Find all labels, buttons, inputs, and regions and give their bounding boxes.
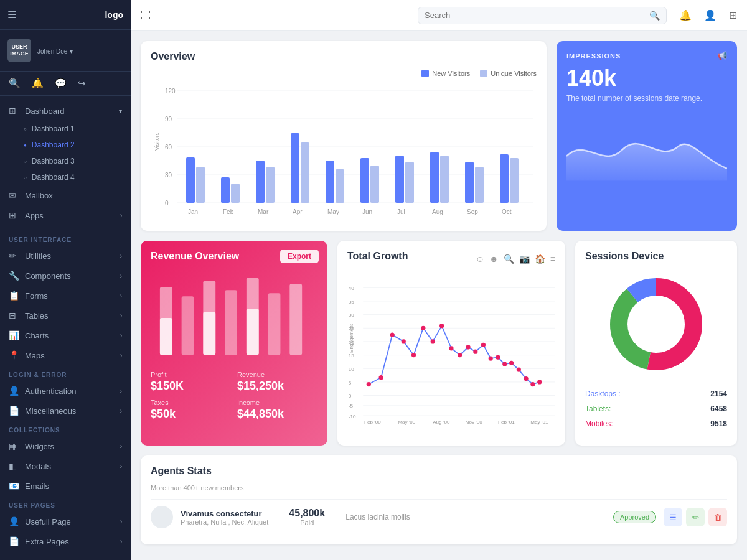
- svg-point-75: [379, 375, 383, 380]
- export-button[interactable]: Export: [280, 250, 319, 263]
- extra-pages-icon: 📄: [9, 536, 20, 546]
- hamburger-icon[interactable]: ☰: [7, 9, 16, 21]
- sessions-row-tablets: Tablets: 6458: [585, 401, 727, 416]
- nav-user-pages: USER PAGES 👤 Usefull Page › 📄 Extra Page…: [0, 496, 131, 551]
- svg-point-93: [530, 382, 535, 386]
- sidebar-item-dashboard1[interactable]: Dashboard 1: [0, 121, 131, 137]
- sidebar-item-maps[interactable]: 📍 Maps ›: [0, 345, 131, 365]
- impressions-desc: The total number of sessions date range.: [566, 94, 727, 103]
- nav-main: ⊞ Dashboard ▾ Dashboard 1 Dashboard 2 Da…: [0, 96, 131, 230]
- user-name[interactable]: Johen Doe ▾: [37, 46, 73, 55]
- edit-button[interactable]: ✏: [686, 508, 705, 526]
- donut-chart: [606, 274, 706, 374]
- search-icon[interactable]: 🔍: [9, 78, 21, 89]
- svg-point-86: [481, 343, 486, 347]
- sidebar-item-dashboard2[interactable]: Dashboard 2: [0, 137, 131, 153]
- svg-rect-46: [268, 293, 281, 355]
- group-label-collections: COLLECTIONS: [0, 421, 131, 436]
- svg-point-82: [449, 346, 453, 350]
- overview-chart: 120 90 60 30 0 Visitors: [151, 82, 537, 219]
- donut-container: [585, 269, 727, 379]
- view-button[interactable]: ☰: [664, 508, 682, 526]
- bell-icon[interactable]: 🔔: [32, 78, 44, 89]
- chat-icon[interactable]: 💬: [55, 78, 67, 89]
- topbar: ⛶ 🔍 🔔 👤 ⊞: [131, 0, 747, 31]
- group-label-ui: USER INTERFACE: [0, 230, 131, 246]
- agents-card: Agents Stats More than 400+ new members …: [141, 455, 737, 544]
- agents-subtitle: More than 400+ new members: [151, 484, 727, 492]
- chevron-down-icon: ▾: [119, 108, 122, 114]
- agent-actions: ☰ ✏ 🗑: [664, 508, 727, 526]
- sidebar-item-mailbox[interactable]: ✉ Mailbox: [0, 185, 131, 205]
- sidebar-item-dashboard4[interactable]: Dashboard 4: [0, 169, 131, 185]
- zoom-icon[interactable]: 🔍: [504, 254, 514, 264]
- svg-text:Aug: Aug: [432, 208, 443, 215]
- svg-point-92: [524, 376, 528, 381]
- user-info: Johen Doe ▾: [37, 46, 73, 55]
- chevron-right-icon: ›: [120, 212, 122, 219]
- svg-text:35: 35: [349, 299, 355, 305]
- main-area: ⛶ 🔍 🔔 👤 ⊞ Overview New Visitors: [131, 0, 747, 560]
- chevron-right-icon: ›: [120, 443, 122, 450]
- sidebar-item-tables[interactable]: ⊟ Tables ›: [0, 306, 131, 325]
- zoom-out-icon[interactable]: ☻: [489, 254, 499, 264]
- sidebar-item-apps[interactable]: ⊞ Apps ›: [0, 205, 131, 225]
- delete-button[interactable]: 🗑: [708, 508, 727, 526]
- sidebar-item-authentication[interactable]: 👤 Authentication ›: [0, 381, 131, 401]
- search-input[interactable]: [425, 11, 646, 20]
- svg-text:Sep: Sep: [467, 208, 478, 215]
- sidebar-item-dashboard[interactable]: ⊞ Dashboard ▾: [0, 101, 131, 121]
- agent-info: Vivamus consectetur Pharetra, Nulla , Ne…: [181, 509, 268, 526]
- sidebar-item-modals[interactable]: ◧ Modals ›: [0, 456, 131, 476]
- zoom-in-icon[interactable]: ☺: [476, 254, 484, 264]
- growth-title: Total Growth: [347, 251, 408, 262]
- menu-icon[interactable]: ≡: [550, 254, 555, 264]
- grid-icon[interactable]: ⊞: [729, 9, 737, 21]
- emails-icon: 📧: [9, 481, 20, 491]
- camera-icon[interactable]: 📷: [519, 254, 530, 264]
- svg-text:15: 15: [349, 353, 355, 358]
- home-icon[interactable]: 🏠: [535, 254, 545, 264]
- nav-collections: COLLECTIONS ▦ Widgets › ◧ Modals › 📧 Ema…: [0, 421, 131, 496]
- svg-rect-12: [196, 167, 205, 203]
- sidebar-item-components[interactable]: 🔧 Components ›: [0, 266, 131, 286]
- svg-rect-19: [326, 161, 334, 203]
- logout-icon[interactable]: ↪: [78, 78, 86, 89]
- table-row: Vivamus consectetur Pharetra, Nulla , Ne…: [151, 499, 727, 534]
- svg-text:5: 5: [349, 380, 352, 386]
- svg-text:30: 30: [165, 172, 172, 179]
- sidebar-item-emails[interactable]: 📧 Emails: [0, 476, 131, 496]
- svg-point-94: [537, 380, 542, 384]
- sidebar-item-dashboard3[interactable]: Dashboard 3: [0, 153, 131, 169]
- agent-sub: Pharetra, Nulla , Nec, Aliquet: [181, 518, 268, 526]
- sidebar-item-charts[interactable]: 📊 Charts ›: [0, 325, 131, 345]
- svg-rect-48: [160, 318, 172, 355]
- svg-point-91: [517, 367, 521, 371]
- sidebar-item-miscellaneous[interactable]: 📄 Miscellaneous ›: [0, 401, 131, 421]
- chevron-right-icon: ›: [120, 292, 122, 299]
- notification-icon[interactable]: 🔔: [679, 9, 692, 21]
- chevron-right-icon: ›: [120, 408, 122, 414]
- user-icon[interactable]: 👤: [704, 9, 716, 21]
- svg-text:90: 90: [165, 116, 172, 123]
- legend-dot-unique: [480, 70, 487, 77]
- sidebar-item-usefull-page[interactable]: 👤 Usefull Page ›: [0, 511, 131, 531]
- svg-text:0: 0: [165, 200, 169, 207]
- agent-avatar: [151, 506, 173, 528]
- svg-text:May: May: [327, 208, 339, 215]
- svg-rect-27: [465, 162, 474, 203]
- chart-legend: New Visitors Unique Visitors: [151, 70, 537, 77]
- content-area: Overview New Visitors Unique Visitors 12…: [131, 31, 747, 560]
- svg-point-88: [496, 355, 500, 360]
- search-bar[interactable]: 🔍: [418, 7, 667, 24]
- svg-point-85: [473, 350, 477, 354]
- svg-text:120: 120: [165, 88, 176, 95]
- sidebar-item-extra-pages[interactable]: 📄 Extra Pages ›: [0, 531, 131, 551]
- sidebar-item-utilities[interactable]: ✏ Utilities ›: [0, 246, 131, 266]
- maps-icon: 📍: [9, 350, 20, 360]
- svg-rect-50: [247, 309, 259, 355]
- expand-icon[interactable]: ⛶: [141, 10, 151, 21]
- sidebar-item-widgets[interactable]: ▦ Widgets ›: [0, 436, 131, 456]
- sidebar-item-forms[interactable]: 📋 Forms ›: [0, 286, 131, 306]
- avatar: USERIMAGE: [7, 39, 31, 62]
